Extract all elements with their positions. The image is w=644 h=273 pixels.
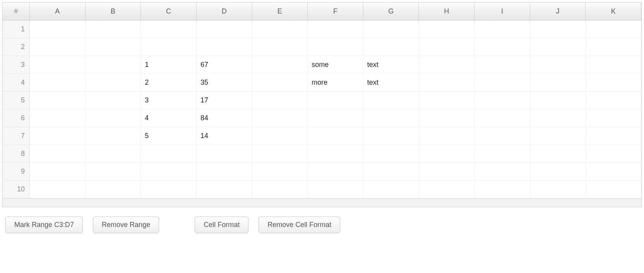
cell-F2[interactable] bbox=[308, 38, 363, 56]
row-header-5[interactable]: 5 bbox=[3, 92, 30, 109]
cell-D8[interactable] bbox=[197, 145, 252, 163]
cell-I8[interactable] bbox=[474, 145, 530, 163]
cell-B7[interactable] bbox=[86, 127, 141, 145]
cell-C3[interactable]: 1 bbox=[141, 56, 197, 74]
cell-H2[interactable] bbox=[419, 38, 474, 56]
col-header-D[interactable]: D bbox=[197, 3, 252, 20]
cell-I9[interactable] bbox=[474, 163, 530, 181]
corner-cell[interactable]: # bbox=[3, 3, 30, 20]
cell-I7[interactable] bbox=[474, 127, 530, 145]
cell-F6[interactable] bbox=[308, 109, 363, 127]
cell-J4[interactable] bbox=[530, 74, 586, 92]
cell-K2[interactable] bbox=[586, 38, 641, 56]
cell-C8[interactable] bbox=[141, 145, 197, 163]
cell-C7[interactable]: 5 bbox=[141, 127, 197, 145]
cell-G2[interactable] bbox=[363, 38, 419, 56]
cell-A2[interactable] bbox=[30, 38, 86, 56]
cell-E7[interactable] bbox=[252, 127, 308, 145]
cell-G5[interactable] bbox=[363, 92, 419, 109]
cell-A10[interactable] bbox=[30, 181, 86, 198]
cell-G10[interactable] bbox=[363, 181, 419, 198]
cell-H5[interactable] bbox=[419, 92, 474, 109]
cell-J5[interactable] bbox=[530, 92, 586, 109]
cell-I2[interactable] bbox=[474, 38, 530, 56]
cell-J10[interactable] bbox=[530, 181, 586, 198]
row-header-1[interactable]: 1 bbox=[3, 20, 30, 38]
cell-C5[interactable]: 3 bbox=[141, 92, 197, 109]
cell-H7[interactable] bbox=[419, 127, 474, 145]
cell-K9[interactable] bbox=[586, 163, 641, 181]
cell-G7[interactable] bbox=[363, 127, 419, 145]
cell-H10[interactable] bbox=[419, 181, 474, 198]
col-header-F[interactable]: F bbox=[308, 3, 363, 20]
cell-B6[interactable] bbox=[86, 109, 141, 127]
cell-E9[interactable] bbox=[252, 163, 308, 181]
cell-D4[interactable]: 35 bbox=[197, 74, 252, 92]
cell-J3[interactable] bbox=[530, 56, 586, 74]
cell-B2[interactable] bbox=[86, 38, 141, 56]
cell-F8[interactable] bbox=[308, 145, 363, 163]
col-header-B[interactable]: B bbox=[86, 3, 141, 20]
cell-I10[interactable] bbox=[474, 181, 530, 198]
cell-C1[interactable] bbox=[141, 20, 197, 38]
cell-D5[interactable]: 17 bbox=[197, 92, 252, 109]
cell-A1[interactable] bbox=[30, 20, 86, 38]
cell-H8[interactable] bbox=[419, 145, 474, 163]
cell-F7[interactable] bbox=[308, 127, 363, 145]
cell-G8[interactable] bbox=[363, 145, 419, 163]
mark-range-button[interactable]: Mark Range C3:D7 bbox=[5, 217, 83, 233]
cell-A3[interactable] bbox=[30, 56, 86, 74]
col-header-A[interactable]: A bbox=[30, 3, 86, 20]
cell-F1[interactable] bbox=[308, 20, 363, 38]
cell-K1[interactable] bbox=[586, 20, 641, 38]
cell-F4[interactable]: more bbox=[308, 74, 363, 92]
row-header-8[interactable]: 8 bbox=[3, 145, 30, 163]
cell-F9[interactable] bbox=[308, 163, 363, 181]
col-header-G[interactable]: G bbox=[363, 3, 419, 20]
cell-J2[interactable] bbox=[530, 38, 586, 56]
row-header-4[interactable]: 4 bbox=[3, 74, 30, 92]
cell-C6[interactable]: 4 bbox=[141, 109, 197, 127]
cell-J6[interactable] bbox=[530, 109, 586, 127]
cell-A9[interactable] bbox=[30, 163, 86, 181]
cell-E8[interactable] bbox=[252, 145, 308, 163]
cell-D1[interactable] bbox=[197, 20, 252, 38]
col-header-H[interactable]: H bbox=[419, 3, 474, 20]
remove-range-button[interactable]: Remove Range bbox=[93, 217, 159, 233]
cell-I6[interactable] bbox=[474, 109, 530, 127]
cell-D3[interactable]: 67 bbox=[197, 56, 252, 74]
row-header-6[interactable]: 6 bbox=[3, 109, 30, 127]
cell-E3[interactable] bbox=[252, 56, 308, 74]
cell-D6[interactable]: 84 bbox=[197, 109, 252, 127]
cell-C4[interactable]: 2 bbox=[141, 74, 197, 92]
cell-B4[interactable] bbox=[86, 74, 141, 92]
cell-E1[interactable] bbox=[252, 20, 308, 38]
cell-K5[interactable] bbox=[586, 92, 641, 109]
cell-G9[interactable] bbox=[363, 163, 419, 181]
cell-A4[interactable] bbox=[30, 74, 86, 92]
cell-E2[interactable] bbox=[252, 38, 308, 56]
cell-H3[interactable] bbox=[419, 56, 474, 74]
col-header-E[interactable]: E bbox=[252, 3, 308, 20]
cell-I3[interactable] bbox=[474, 56, 530, 74]
cell-E6[interactable] bbox=[252, 109, 308, 127]
cell-A6[interactable] bbox=[30, 109, 86, 127]
cell-A5[interactable] bbox=[30, 92, 86, 109]
cell-A7[interactable] bbox=[30, 127, 86, 145]
cell-B3[interactable] bbox=[86, 56, 141, 74]
cell-I5[interactable] bbox=[474, 92, 530, 109]
cell-D10[interactable] bbox=[197, 181, 252, 198]
cell-J9[interactable] bbox=[530, 163, 586, 181]
horizontal-scrollbar[interactable] bbox=[3, 198, 641, 207]
cell-G4[interactable]: text bbox=[363, 74, 419, 92]
cell-C10[interactable] bbox=[141, 181, 197, 198]
col-header-I[interactable]: I bbox=[474, 3, 530, 20]
cell-H4[interactable] bbox=[419, 74, 474, 92]
cell-format-button[interactable]: Cell Format bbox=[195, 217, 248, 233]
row-header-9[interactable]: 9 bbox=[3, 163, 30, 181]
cell-D9[interactable] bbox=[197, 163, 252, 181]
row-header-3[interactable]: 3 bbox=[3, 56, 30, 74]
cell-F3[interactable]: some bbox=[308, 56, 363, 74]
cell-I1[interactable] bbox=[474, 20, 530, 38]
row-header-10[interactable]: 10 bbox=[3, 181, 30, 198]
